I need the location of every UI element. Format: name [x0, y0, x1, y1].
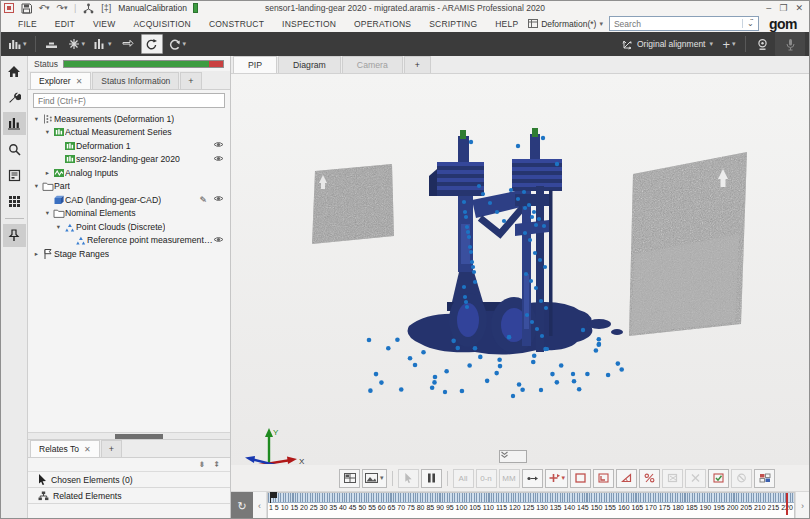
- surface-component-button[interactable]: [570, 469, 591, 488]
- tree-item[interactable]: ▸Analog Inputs: [28, 166, 230, 180]
- invalidate-stage-button[interactable]: [731, 469, 752, 488]
- measurement-series-button[interactable]: ▾: [5, 34, 30, 54]
- remove-points-button[interactable]: [662, 469, 683, 488]
- tab-relates-to[interactable]: Relates To✕: [30, 440, 100, 457]
- view-tab-diagram[interactable]: Diagram: [278, 56, 341, 73]
- angle-measure-button[interactable]: [616, 469, 637, 488]
- close-tab-icon[interactable]: ✕: [84, 445, 91, 454]
- search-input[interactable]: [610, 19, 742, 29]
- tree-item[interactable]: ▾Nominal Elements: [28, 207, 230, 221]
- home-icon[interactable]: [3, 60, 26, 83]
- tree-item[interactable]: Deformation 1: [28, 139, 230, 153]
- tab-explorer[interactable]: Explorer✕: [30, 72, 91, 89]
- tree-item[interactable]: ▸Stage Ranges: [28, 247, 230, 261]
- menu-acquisition[interactable]: ACQUISITION: [124, 17, 199, 31]
- menu-edit[interactable]: EDIT: [46, 17, 84, 31]
- lighting-button[interactable]: ▾: [65, 34, 89, 54]
- component-edit-button[interactable]: [593, 469, 614, 488]
- refresh-button-active[interactable]: [141, 34, 163, 54]
- visibility-eye-icon[interactable]: [213, 194, 224, 205]
- all-stages-button[interactable]: All: [453, 469, 474, 488]
- menu-help[interactable]: HELP: [486, 17, 527, 31]
- close-tab-icon[interactable]: ✕: [76, 77, 83, 86]
- calibration-label[interactable]: ManualCalibration: [118, 3, 187, 13]
- setup-wrench-icon[interactable]: [3, 86, 26, 109]
- minmax-stages-button[interactable]: MM: [499, 469, 520, 488]
- add-stage-point-button[interactable]: ▾: [545, 469, 569, 488]
- visibility-eye-icon[interactable]: [213, 235, 224, 246]
- image-display-button[interactable]: ▾: [362, 469, 387, 488]
- search-options-icon[interactable]: ⌄̈: [742, 19, 758, 28]
- add-alignment-button[interactable]: +▾: [718, 34, 740, 54]
- expander-icon[interactable]: ▾: [43, 128, 52, 136]
- cut-stages-button[interactable]: [685, 469, 706, 488]
- search-box[interactable]: ⌄̈: [609, 16, 759, 31]
- restore-button[interactable]: ❐: [779, 3, 787, 13]
- validate-stage-button[interactable]: [708, 469, 729, 488]
- analog-channels-button[interactable]: ▾: [90, 34, 115, 54]
- apps-grid-icon[interactable]: [3, 190, 26, 213]
- expander-icon[interactable]: ▸: [32, 250, 41, 258]
- close-button[interactable]: ✕: [795, 3, 803, 13]
- stage-brackets-icon[interactable]: [‡]: [100, 3, 112, 14]
- tree-item[interactable]: CAD (landing-gear-CAD)✎: [28, 193, 230, 207]
- expander-icon[interactable]: ▸: [43, 169, 52, 177]
- menu-file[interactable]: FILE: [9, 17, 46, 31]
- scene-3d[interactable]: Y X: [231, 74, 809, 465]
- menu-operations[interactable]: OPERATIONS: [345, 17, 420, 31]
- tree-item[interactable]: Reference point measurements 1: [28, 234, 230, 248]
- webcam-icon[interactable]: [751, 34, 773, 54]
- expander-icon[interactable]: ▾: [43, 209, 52, 217]
- rgb-components-button[interactable]: [754, 469, 775, 488]
- report-icon[interactable]: [3, 164, 26, 187]
- collapse-timeline-button[interactable]: [499, 450, 527, 463]
- alignment-selector[interactable]: Original alignment▾: [619, 34, 716, 54]
- add-relates-tab-button[interactable]: +: [101, 440, 122, 457]
- stage-range-button[interactable]: 0-n: [476, 469, 497, 488]
- view-tab-pip[interactable]: PIP: [233, 56, 277, 73]
- menu-construct[interactable]: CONSTRUCT: [200, 17, 273, 31]
- tab-status-information[interactable]: Status Information: [92, 72, 179, 89]
- chosen-elements-row[interactable]: Chosen Elements (0): [28, 472, 230, 488]
- insert-stage-button[interactable]: [522, 469, 543, 488]
- pin-icon[interactable]: [3, 224, 26, 247]
- reload-stages-icon[interactable]: ↻: [231, 492, 253, 519]
- menu-inspection[interactable]: INSPECTION: [273, 17, 345, 31]
- undo-icon[interactable]: ↶▾: [38, 3, 50, 14]
- view-tab-camera[interactable]: Camera: [342, 56, 403, 73]
- calibration-plate-button[interactable]: [41, 34, 63, 54]
- recompute-button[interactable]: ▾: [165, 34, 190, 54]
- expand-all-icon[interactable]: ⇞: [213, 460, 220, 469]
- tree-item[interactable]: ▾Part: [28, 180, 230, 194]
- stage-flag-marker[interactable]: [270, 492, 277, 500]
- stage-table-button[interactable]: [339, 469, 360, 488]
- save-icon[interactable]: [20, 3, 32, 14]
- microphone-icon[interactable]: [775, 32, 805, 56]
- inspection-search-icon[interactable]: [3, 138, 26, 161]
- tree-item[interactable]: ▾Measurements (Deformation 1): [28, 112, 230, 126]
- record-icon[interactable]: [4, 3, 14, 13]
- add-view-tab-button[interactable]: +: [404, 56, 431, 73]
- visibility-eye-icon[interactable]: [213, 140, 224, 151]
- timeline-next-icon[interactable]: ›: [795, 492, 809, 519]
- tree-item[interactable]: ▾Point Clouds (Discrete): [28, 220, 230, 234]
- visibility-eye-icon[interactable]: [213, 154, 224, 165]
- redo-icon[interactable]: ↷▾: [56, 3, 68, 14]
- edit-pencil-icon[interactable]: ✎: [199, 195, 207, 205]
- tree-item[interactable]: ▾Actual Measurement Series: [28, 126, 230, 140]
- horizontal-scrollbar[interactable]: [28, 432, 230, 439]
- timeline-ruler[interactable]: 1510152025303540455055606570758085909510…: [267, 492, 795, 519]
- link-points-button[interactable]: [639, 469, 660, 488]
- expander-icon[interactable]: ▾: [32, 182, 41, 190]
- loop-button[interactable]: [117, 34, 139, 54]
- minimize-button[interactable]: –: [766, 3, 771, 13]
- scrollbar-thumb[interactable]: [115, 434, 163, 439]
- tree-item[interactable]: sensor2-landing-gear 2020: [28, 153, 230, 167]
- measurement-workspace-icon[interactable]: [3, 112, 26, 135]
- stage-selector[interactable]: Deformation(*)▾: [528, 19, 603, 29]
- compare-stages-button[interactable]: [421, 469, 442, 488]
- find-input[interactable]: [33, 93, 225, 108]
- select-stage-button[interactable]: [398, 469, 419, 488]
- hierarchy-icon[interactable]: [82, 3, 94, 14]
- expander-icon[interactable]: ▾: [32, 115, 41, 123]
